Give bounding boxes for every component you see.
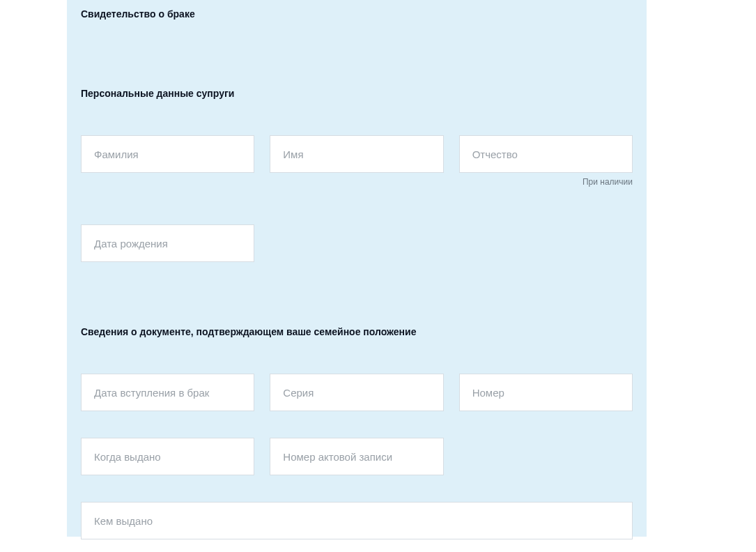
section-title-document-info: Сведения о документе, подтверждающем ваш… <box>81 326 633 337</box>
surname-field-wrapper <box>81 135 254 187</box>
name-input[interactable] <box>270 135 443 173</box>
issued-by-field-wrapper <box>81 502 633 539</box>
name-field-wrapper <box>270 135 443 187</box>
issue-date-input[interactable] <box>81 438 254 475</box>
marriage-date-field-wrapper <box>81 374 254 411</box>
spouse-name-row: При наличии <box>81 135 633 187</box>
marriage-certificate-form: Свидетельство о браке Персональные данны… <box>67 0 647 537</box>
patronymic-hint: При наличии <box>459 177 633 187</box>
act-record-number-input[interactable] <box>270 438 443 475</box>
section-title-spouse-personal-data: Персональные данные супруги <box>81 88 633 99</box>
series-input[interactable] <box>270 374 443 411</box>
section-title-certificate: Свидетельство о браке <box>81 8 633 20</box>
series-field-wrapper <box>270 374 443 411</box>
patronymic-input[interactable] <box>459 135 633 173</box>
number-field-wrapper <box>459 374 633 411</box>
issued-by-input[interactable] <box>81 502 633 539</box>
dob-field-wrapper <box>81 224 254 262</box>
dob-input[interactable] <box>81 224 254 262</box>
patronymic-field-wrapper: При наличии <box>459 135 633 187</box>
marriage-date-input[interactable] <box>81 374 254 411</box>
spouse-dob-row <box>81 224 633 262</box>
number-input[interactable] <box>459 374 633 411</box>
issue-date-field-wrapper <box>81 438 254 475</box>
document-row-1 <box>81 374 633 411</box>
document-row-2 <box>81 438 633 475</box>
surname-input[interactable] <box>81 135 254 173</box>
document-row-3 <box>81 502 633 539</box>
act-record-number-field-wrapper <box>270 438 443 475</box>
